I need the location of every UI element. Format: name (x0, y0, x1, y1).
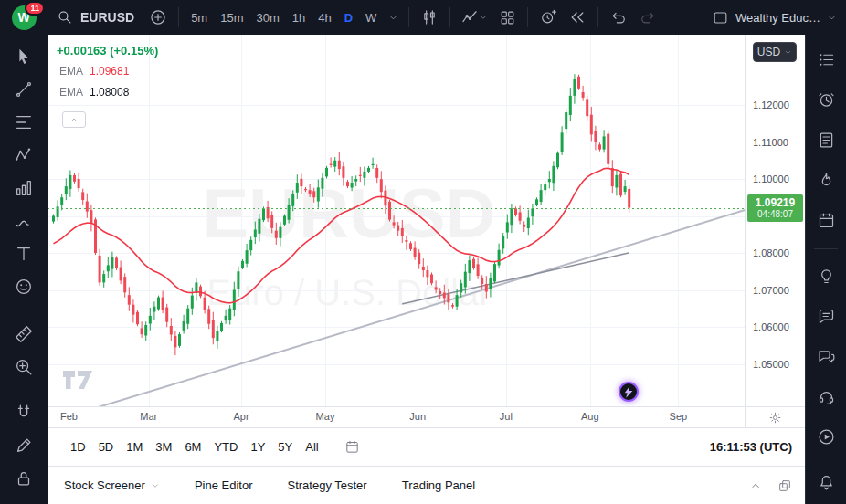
private-chat-icon (817, 347, 836, 366)
last-price-value: 1.09219 (747, 196, 803, 209)
calendar-icon (344, 439, 360, 455)
ideas-icon (817, 267, 836, 286)
time-axis-label: Jul (500, 411, 513, 422)
sidebar-support-button[interactable] (810, 381, 841, 412)
timeframe-15m[interactable]: 15m (214, 6, 249, 29)
range-5Y[interactable]: 5Y (271, 436, 299, 458)
ema-fast-label: EMA (59, 65, 83, 78)
chart-style-button[interactable] (415, 3, 444, 32)
flash-action-button[interactable] (619, 382, 639, 402)
sidebar-calendar-button[interactable] (810, 205, 841, 236)
price-axis[interactable]: USD 1.120001.110001.100001.090001.080001… (745, 35, 805, 406)
last-price-badge: 1.09219 04:48:07 (747, 194, 803, 222)
redo-arrow-icon (639, 8, 657, 26)
sidebar-watchlist-button[interactable] (810, 44, 841, 75)
tool-lock[interactable] (7, 466, 40, 491)
legend-collapse-button[interactable] (62, 111, 86, 128)
time-axis-label: May (316, 411, 335, 422)
sidebar-tutorials-button[interactable] (810, 421, 841, 452)
tab-stock-screener[interactable]: Stock Screener (64, 478, 160, 492)
price-tick: 1.11000 (753, 137, 788, 148)
notification-badge: 11 (25, 1, 45, 16)
tab-trading-panel[interactable]: Trading Panel (402, 478, 475, 492)
sidebar-ideas-button[interactable] (810, 260, 841, 291)
panel-expand-icon[interactable] (748, 478, 763, 493)
tool-zoom[interactable] (7, 354, 40, 380)
layout-icon[interactable] (712, 9, 729, 26)
timeframe-W[interactable]: W (359, 6, 383, 29)
sidebar-notifications-button[interactable] (810, 466, 841, 497)
tab-pine-editor[interactable]: Pine Editor (195, 478, 253, 492)
layout-name-label[interactable]: Wealthy Educ… (735, 11, 820, 25)
chevron-up-icon (69, 115, 79, 124)
tool-cursor[interactable] (7, 44, 40, 69)
undo-button[interactable] (604, 3, 633, 32)
sidebar-private-chat-button[interactable] (810, 341, 841, 372)
compare-add-button[interactable] (143, 3, 173, 32)
range-1D[interactable]: 1D (64, 436, 92, 458)
logo[interactable]: W 11 (0, 0, 48, 35)
layout-templates-button[interactable] (492, 3, 522, 32)
sidebar-chat-button[interactable] (810, 300, 841, 331)
tool-magnet[interactable] (7, 400, 40, 425)
range-6M[interactable]: 6M (178, 436, 207, 458)
forecast-icon (14, 178, 34, 198)
ema-slow-legend[interactable]: EMA1.08008 (57, 85, 132, 100)
time-axis[interactable]: FebMarAprMayJunJulAugSep (48, 406, 805, 427)
panel-restore-icon[interactable] (777, 478, 792, 493)
chevron-down-icon[interactable] (827, 13, 837, 23)
tool-forecast[interactable] (7, 175, 40, 201)
panel-right-cluster (748, 478, 792, 493)
create-alert-button[interactable] (534, 3, 563, 32)
tool-brush[interactable] (7, 208, 40, 234)
currency-toggle-button[interactable]: USD (753, 42, 797, 62)
clock-utc[interactable]: 16:11:53 (UTC) (710, 440, 792, 454)
sidebar-hotlists-button[interactable] (810, 164, 841, 195)
news-icon (817, 131, 836, 150)
sidebar-news-button[interactable] (810, 124, 841, 155)
tool-text[interactable] (7, 241, 40, 267)
go-to-date-button[interactable] (341, 436, 365, 459)
tool-measure[interactable] (7, 321, 40, 347)
axis-settings-corner[interactable] (745, 407, 805, 427)
brush-icon (14, 211, 34, 231)
range-1M[interactable]: 1M (120, 436, 149, 458)
timeframe-1h[interactable]: 1h (286, 6, 312, 29)
top-toolbar: W 11 EURUSD 5m15m30m1h4hDW Wealthy Educ… (0, 0, 846, 35)
bottom-panel: Stock ScreenerPine EditorStrategy Tester… (48, 466, 805, 504)
date-range-bar: 1D5D1M3M6MYTD1Y5YAll 16:11:53 (UTC) (48, 427, 805, 466)
indicators-icon (460, 8, 479, 26)
symbol-search-button[interactable]: EURUSD (48, 0, 143, 35)
time-axis-label: Jun (409, 411, 426, 422)
timeframe-D[interactable]: D (338, 6, 359, 29)
currency-label: USD (757, 46, 780, 58)
timeframe-30m[interactable]: 30m (249, 6, 285, 29)
tool-draw[interactable] (7, 433, 40, 458)
zoom-icon (14, 357, 34, 377)
text-icon (14, 244, 34, 264)
candles-icon (420, 8, 439, 26)
tool-fib-retracement[interactable] (7, 110, 40, 135)
sidebar-alerts-button[interactable] (810, 84, 841, 115)
toolbar-separator (449, 7, 450, 27)
range-All[interactable]: All (299, 436, 324, 458)
chevron-down-icon (388, 13, 398, 23)
range-YTD[interactable]: YTD (207, 436, 244, 458)
tool-pattern[interactable] (7, 142, 40, 168)
timeframe-5m[interactable]: 5m (185, 6, 214, 29)
range-3M[interactable]: 3M (149, 436, 178, 458)
redo-button[interactable] (633, 3, 662, 32)
time-axis-labels: FebMarAprMayJunJulAugSep (48, 407, 745, 427)
tool-emoji[interactable] (7, 274, 40, 299)
timeframe-4h[interactable]: 4h (312, 6, 337, 29)
tool-trend-line[interactable] (7, 77, 40, 102)
bar-countdown: 04:48:07 (747, 209, 803, 220)
ema-fast-legend[interactable]: EMA1.09681 (57, 64, 132, 79)
bar-replay-button[interactable] (563, 3, 592, 32)
tradingview-logo[interactable] (62, 370, 93, 394)
timeframe-menu-button[interactable] (383, 3, 403, 32)
indicators-button[interactable] (456, 3, 492, 32)
tab-strategy-tester[interactable]: Strategy Tester (287, 478, 366, 492)
range-1Y[interactable]: 1Y (244, 436, 271, 458)
range-5D[interactable]: 5D (92, 436, 121, 458)
